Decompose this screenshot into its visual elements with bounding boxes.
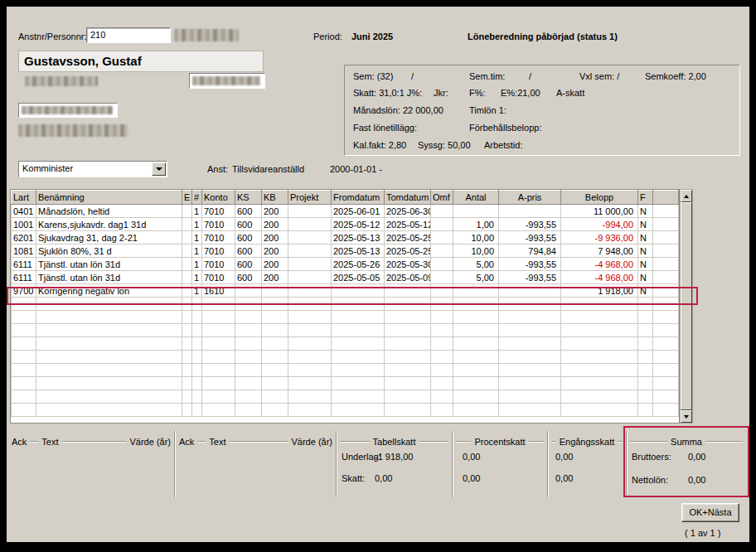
dropdown-button[interactable] bbox=[152, 162, 166, 176]
column-header-kb[interactable]: KB bbox=[262, 191, 288, 205]
cell bbox=[638, 364, 653, 377]
cell bbox=[332, 364, 385, 377]
cell bbox=[288, 205, 332, 218]
table-empty-row[interactable] bbox=[12, 364, 679, 377]
column-header-konto[interactable]: Konto bbox=[202, 191, 235, 205]
period-value: Juni 2025 bbox=[351, 31, 393, 42]
cell: -4 968,00 bbox=[561, 271, 638, 284]
scroll-thumb[interactable] bbox=[681, 202, 692, 410]
cell: -9 936,00 bbox=[561, 231, 638, 245]
cell bbox=[192, 377, 202, 390]
nettolon-value: 0,00 bbox=[688, 475, 705, 486]
column-header-benmning[interactable]: Benämning bbox=[36, 191, 182, 205]
table-row[interactable]: 1081Sjuklön 80%, 31 d170106002002025-05-… bbox=[12, 245, 679, 258]
table-empty-row[interactable] bbox=[12, 351, 679, 364]
column-header-col3[interactable]: # bbox=[192, 191, 202, 205]
cell: 200 bbox=[262, 231, 288, 245]
cell bbox=[561, 404, 638, 417]
cell bbox=[36, 377, 182, 390]
cell bbox=[262, 298, 288, 311]
table-empty-row[interactable] bbox=[12, 311, 679, 324]
cell: N bbox=[638, 218, 653, 231]
engangsskatt-value2: 0,00 bbox=[555, 473, 573, 484]
cell bbox=[235, 298, 262, 311]
cell bbox=[12, 337, 36, 351]
table-empty-row[interactable] bbox=[12, 298, 679, 311]
cell bbox=[182, 311, 192, 324]
column-header-fromdatum[interactable]: Fromdatum bbox=[332, 191, 385, 205]
cell: -993,55 bbox=[499, 218, 561, 231]
cell: 1610 bbox=[202, 284, 235, 298]
ok-nasta-button[interactable]: OK+Nästa bbox=[681, 503, 739, 522]
jkr-label: Jkr: bbox=[434, 88, 448, 99]
column-header-filler bbox=[653, 191, 679, 205]
table-row[interactable]: 6201Sjukavdrag 31, dag 2-211701060020020… bbox=[12, 231, 679, 245]
column-header-ks[interactable]: KS bbox=[235, 191, 262, 205]
table-empty-row[interactable] bbox=[12, 390, 679, 404]
cell bbox=[36, 337, 182, 351]
cell bbox=[288, 377, 332, 390]
table-row[interactable]: 0401Månadslön, heltid170106002002025-06-… bbox=[12, 205, 679, 218]
cell bbox=[12, 311, 36, 324]
cell: N bbox=[638, 284, 653, 298]
cell bbox=[561, 337, 638, 351]
cell bbox=[192, 404, 202, 417]
summa-title: Summa bbox=[671, 437, 702, 447]
redacted-address-line bbox=[25, 76, 98, 86]
column-header-belopp[interactable]: Belopp bbox=[561, 191, 638, 205]
fast-lonetillagg-label: Fast lönetillägg: bbox=[353, 123, 417, 133]
cell: 9700 bbox=[12, 284, 36, 298]
column-header-tomdatum[interactable]: Tomdatum bbox=[385, 191, 431, 205]
cell bbox=[385, 337, 431, 351]
table-scrollbar[interactable] bbox=[680, 189, 693, 424]
table-empty-row[interactable] bbox=[12, 404, 679, 417]
cell: N bbox=[638, 271, 653, 284]
table-row[interactable]: 9700Korrigering negativ lön116101 918,00… bbox=[12, 284, 679, 298]
arbetstid-label: Arbetstid: bbox=[484, 140, 522, 151]
cell: 5,00 bbox=[453, 258, 499, 271]
wage-table: LartBenämningE#KontoKSKBProjektFromdatum… bbox=[11, 190, 679, 417]
cell bbox=[561, 390, 638, 404]
cell bbox=[499, 364, 561, 377]
column-header-apris[interactable]: A-pris bbox=[499, 191, 561, 205]
table-empty-row[interactable] bbox=[12, 377, 679, 390]
cell bbox=[431, 298, 453, 311]
footer-divider-1 bbox=[174, 431, 175, 497]
semtim-label: Sem.tim: bbox=[469, 71, 505, 82]
anstnr-input[interactable]: 210 bbox=[86, 27, 171, 43]
cell bbox=[499, 390, 561, 404]
cell bbox=[561, 351, 638, 364]
cell bbox=[332, 390, 385, 404]
scroll-down-button[interactable] bbox=[681, 410, 692, 423]
cell bbox=[453, 364, 499, 377]
cell: -993,55 bbox=[499, 231, 561, 245]
table-row[interactable]: 6111Tjänstl. utan lön 31d170106002002025… bbox=[12, 271, 679, 284]
scroll-up-button[interactable] bbox=[681, 190, 692, 202]
cell: Korrigering negativ lön bbox=[36, 284, 182, 298]
column-header-antal[interactable]: Antal bbox=[453, 191, 499, 205]
table-empty-row[interactable] bbox=[12, 324, 679, 337]
befattning-dropdown[interactable]: Komminister bbox=[18, 161, 167, 177]
cell bbox=[431, 351, 453, 364]
cell bbox=[12, 377, 36, 390]
cell: 1 bbox=[192, 245, 202, 258]
column-header-f[interactable]: F bbox=[638, 191, 653, 205]
cell bbox=[385, 364, 431, 377]
chevron-down-icon bbox=[156, 167, 162, 171]
vxl-sem-label: Vxl sem: / bbox=[579, 71, 619, 82]
cell bbox=[453, 337, 499, 351]
table-row[interactable]: 6111Tjänstl. utan lön 31d170106002002025… bbox=[12, 258, 679, 271]
column-header-e[interactable]: E bbox=[182, 191, 192, 205]
column-header-omf[interactable]: Omf bbox=[431, 191, 453, 205]
table-empty-row[interactable] bbox=[12, 337, 679, 351]
cell bbox=[431, 218, 453, 231]
cell bbox=[182, 218, 192, 231]
cell: -993,55 bbox=[499, 258, 561, 271]
table-row[interactable]: 1001Karens,sjukavdr. dag1 31d17010600200… bbox=[12, 218, 679, 231]
column-header-lart[interactable]: Lart bbox=[12, 191, 36, 205]
cell bbox=[192, 324, 202, 337]
redacted-field-content bbox=[192, 76, 260, 85]
column-header-projekt[interactable]: Projekt bbox=[288, 191, 332, 205]
cell bbox=[262, 377, 288, 390]
cell: 600 bbox=[235, 245, 262, 258]
